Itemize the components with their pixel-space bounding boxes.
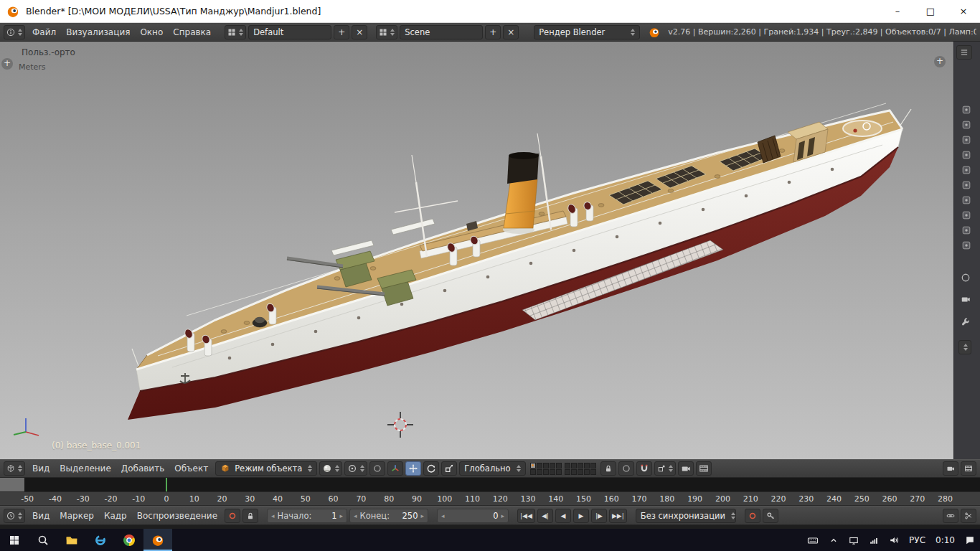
cut-button[interactable] — [961, 509, 976, 523]
menu-item-добавить[interactable]: Добавить — [116, 463, 169, 474]
layer-toggle[interactable] — [590, 463, 596, 468]
material-sphere-icon[interactable] — [961, 273, 971, 283]
jump-next-keyframe-button[interactable]: |▶ — [591, 509, 607, 523]
toolshelf-open-icon[interactable]: + — [1, 58, 13, 70]
maximize-button[interactable]: □ — [914, 0, 947, 22]
properties-tab-scene[interactable] — [961, 135, 972, 145]
render-engine-dropdown[interactable]: Рендер Blender — [534, 25, 640, 39]
jump-to-end-button[interactable]: ▶▶| — [609, 509, 627, 523]
properties-tab-object[interactable] — [961, 165, 972, 175]
increment-icon[interactable]: ▸ — [501, 512, 505, 519]
properties-tab-world[interactable] — [961, 150, 972, 160]
screen-layout-field[interactable]: Default — [248, 25, 331, 39]
layer-toggle[interactable] — [590, 469, 596, 475]
wrench-icon[interactable] — [961, 317, 971, 327]
edge-button[interactable] — [86, 529, 115, 551]
layer-toggle[interactable] — [537, 463, 542, 468]
layer-toggle[interactable] — [556, 463, 562, 468]
record-button[interactable] — [745, 509, 760, 523]
action-center-button[interactable] — [960, 529, 980, 551]
menu-item-выделение[interactable]: Выделение — [55, 463, 116, 474]
scene-browse-button[interactable] — [376, 25, 397, 39]
menu-item-окно[interactable]: Окно — [135, 27, 168, 37]
editor-type-button-timeline[interactable] — [4, 509, 25, 523]
decrement-icon[interactable]: ◂ — [441, 512, 445, 519]
menu-item-файл[interactable]: Файл — [27, 27, 61, 37]
preview-range-toggle[interactable] — [225, 509, 240, 523]
screen-layout-unlink-button[interactable]: × — [352, 25, 367, 39]
proportional-edit-toggle[interactable] — [618, 461, 634, 476]
jump-prev-keyframe-button[interactable]: ◀| — [537, 509, 553, 523]
timeline-ruler[interactable]: -50-40-30-20-100102030405060708090100110… — [0, 491, 980, 506]
corner-camera-button[interactable] — [943, 461, 958, 476]
ship-model[interactable] — [0, 42, 954, 459]
layer-toggle[interactable] — [537, 469, 542, 475]
layer-toggle[interactable] — [556, 469, 562, 475]
layer-toggle[interactable] — [530, 463, 536, 468]
menu-item-справка[interactable]: Справка — [168, 27, 216, 37]
blender-taskbar-button[interactable] — [143, 529, 172, 551]
play-button[interactable]: ▶ — [573, 509, 589, 523]
layer-toggle[interactable] — [571, 469, 577, 475]
properties-tab-render[interactable] — [961, 105, 972, 115]
display-tray-button[interactable] — [844, 529, 864, 551]
touch-keyboard-button[interactable] — [802, 529, 824, 551]
tray-expand-button[interactable] — [824, 529, 844, 551]
file-explorer-button[interactable] — [57, 529, 86, 551]
layer-toggle[interactable] — [571, 463, 577, 468]
snap-toggle[interactable] — [636, 461, 652, 476]
link-button[interactable] — [943, 509, 958, 523]
menu-item-визуализация[interactable]: Визуализация — [61, 27, 135, 37]
timeline-track-area[interactable] — [0, 478, 980, 491]
lock-time-toggle[interactable] — [242, 509, 258, 523]
chrome-button[interactable] — [115, 529, 143, 551]
layer-toggle[interactable] — [543, 463, 549, 468]
scene-field[interactable]: Scene — [400, 25, 483, 39]
clock[interactable]: 0:10 — [930, 529, 960, 551]
orientation-dropdown[interactable]: Глобально — [459, 461, 525, 476]
properties-tab-constraints[interactable] — [961, 180, 972, 190]
layer-toggle[interactable] — [543, 469, 549, 475]
play-reverse-button[interactable]: ◀ — [555, 509, 571, 523]
scene-unlink-button[interactable]: × — [503, 25, 519, 39]
properties-tab-material[interactable] — [961, 225, 972, 235]
properties-tab-render-layers[interactable] — [961, 120, 972, 130]
layer-toggle[interactable] — [584, 463, 590, 468]
scene-add-button[interactable]: + — [485, 25, 501, 39]
opengl-render-button[interactable] — [678, 461, 694, 476]
menu-item-воспроизведение[interactable]: Воспроизведение — [132, 511, 222, 521]
pivot-align-toggle[interactable] — [369, 461, 385, 476]
camera-icon[interactable] — [961, 294, 971, 304]
layer-toggle[interactable] — [550, 463, 555, 468]
properties-tab-modifiers[interactable] — [961, 195, 972, 205]
frame-start-field[interactable]: ◂Начало:1▸ — [267, 509, 347, 523]
volume-tray-button[interactable] — [884, 529, 904, 551]
current-frame-line[interactable] — [166, 478, 167, 491]
frame-end-field[interactable]: ◂Конец:250▸ — [349, 509, 428, 523]
properties-tab-object-data[interactable] — [961, 210, 972, 220]
opengl-render-anim-button[interactable] — [696, 461, 712, 476]
layer-toggle[interactable] — [550, 469, 555, 475]
layers-group-1[interactable] — [530, 463, 562, 475]
layer-toggle[interactable] — [565, 463, 570, 468]
pivot-dropdown[interactable] — [344, 461, 367, 476]
scale-manipulator-button[interactable] — [441, 461, 457, 476]
layer-toggle[interactable] — [578, 463, 583, 468]
current-frame-field[interactable]: ◂0▸ — [437, 509, 509, 523]
menu-item-маркер[interactable]: Маркер — [55, 511, 99, 521]
start-button[interactable] — [0, 529, 29, 551]
properties-tab-texture[interactable] — [961, 240, 972, 250]
corner-film-button[interactable] — [961, 461, 976, 476]
decrement-icon[interactable]: ◂ — [354, 512, 357, 519]
menu-item-вид[interactable]: Вид — [27, 463, 55, 474]
increment-icon[interactable]: ▸ — [421, 512, 425, 519]
decrement-icon[interactable]: ◂ — [271, 512, 275, 519]
menu-item-вид[interactable]: Вид — [27, 511, 55, 521]
search-button[interactable] — [29, 529, 57, 551]
layer-toggle[interactable] — [565, 469, 570, 475]
layer-toggle[interactable] — [578, 469, 583, 475]
menu-item-объект[interactable]: Объект — [169, 463, 213, 474]
layer-toggle[interactable] — [584, 469, 590, 475]
viewport-3d[interactable]: Польз.-орто Meters (0) base_base_0.001 +… — [0, 42, 954, 459]
layer-toggle[interactable] — [530, 469, 536, 475]
